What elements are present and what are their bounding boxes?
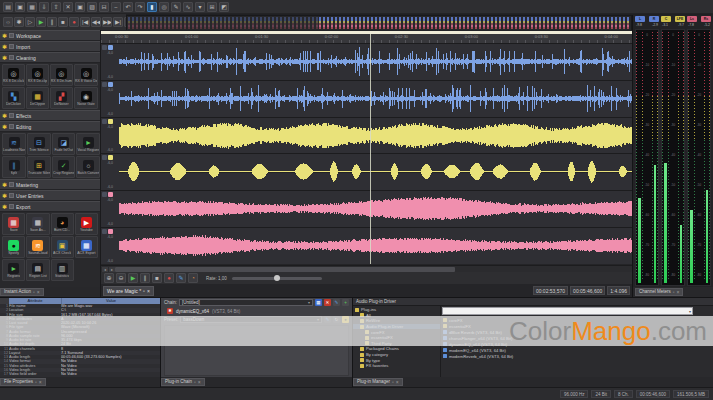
lane-index-chip[interactable] (102, 45, 107, 50)
group-toggle-icon[interactable] (9, 124, 14, 129)
action-button-regions[interactable]: ►Regions (2, 259, 25, 281)
play-all-icon[interactable]: ▷ (25, 17, 35, 27)
cut-icon[interactable]: ✕ (63, 2, 73, 12)
rewind-icon[interactable]: ◀◀ (91, 17, 101, 27)
play-icon[interactable]: ▶ (36, 17, 46, 27)
tab-instant-action[interactable]: Instant Action ▫ × (0, 288, 44, 296)
crossfade-toggle-icon[interactable]: ◩ (219, 2, 229, 12)
action-button-noise-gate[interactable]: ◉Noise Gate (74, 87, 98, 109)
action-button-soundcloud[interactable]: ≋SoundCloud (26, 236, 49, 258)
lane-channel-C[interactable]: -6,0-6,0 (101, 118, 632, 154)
lane-color-chip[interactable] (108, 82, 113, 87)
pin-icon[interactable]: ▫ (673, 288, 675, 296)
sidebar-group-cleaning[interactable]: ✱Cleaning (0, 52, 100, 63)
action-button-rx-8-de-clip[interactable]: ◎RX 8 De-clip (26, 64, 49, 86)
lane-color-chip[interactable] (108, 45, 113, 50)
playhead-cursor[interactable] (370, 34, 371, 264)
edit-tool-icon[interactable]: ▮ (147, 2, 157, 12)
lane-channel-L[interactable]: -6,0-6,0 (101, 44, 632, 80)
magnify-tool-icon[interactable]: ◎ (159, 2, 169, 12)
add-plugin-button[interactable]: + (342, 299, 349, 306)
sidebar-group-import[interactable]: ✱Import (0, 41, 100, 52)
trim-icon[interactable]: ⊟ (99, 2, 109, 12)
action-button-loudness-normalize[interactable]: ≋Loudness Normalize (2, 133, 26, 155)
plugin-filter-combobox[interactable]: ▾ (442, 307, 693, 315)
pause-icon[interactable]: ∥ (47, 17, 57, 27)
action-button-denoiser[interactable]: ▞DeNoiser (50, 87, 73, 109)
go-to-end-icon[interactable]: ▶| (113, 17, 123, 27)
lane-index-chip[interactable] (102, 155, 107, 160)
edit-marker-icon[interactable]: ✎ (176, 273, 186, 283)
action-button-fade-in-out[interactable]: ◪Fade In/Out (52, 133, 75, 155)
pencil-tool-icon[interactable]: ✎ (171, 2, 181, 12)
close-icon[interactable]: × (37, 288, 40, 296)
undo-icon[interactable]: ↶ (123, 2, 133, 12)
group-toggle-icon[interactable] (9, 182, 14, 187)
action-button-crop-regions[interactable]: ✓Crop Regions (52, 156, 75, 178)
action-button-burn-cd-[interactable]: ◕Burn CD... (51, 213, 74, 235)
action-button-declipper[interactable]: ▦DeClipper (26, 87, 49, 109)
action-button-statistics[interactable]: ▥Statistics (51, 259, 74, 281)
time-ruler[interactable]: 0:00:300:01:000:01:300:02:000:02:300:03:… (101, 34, 632, 44)
length-readout[interactable]: 00:05:46,600 (570, 286, 605, 295)
sidebar-group-mastering[interactable]: ✱Mastering (0, 179, 100, 190)
delete-chain-button[interactable]: ✕ (324, 299, 331, 306)
envelope-tool-icon[interactable]: ∿ (183, 2, 193, 12)
sidebar-group-export[interactable]: ✱Export (0, 201, 100, 212)
lane-channel-Ls[interactable]: -6,0-6,0 (101, 191, 632, 227)
tab-channel-meters[interactable]: Channel Meters ▫ × (635, 288, 683, 296)
waveform-channel-L[interactable] (119, 44, 632, 79)
action-button-spotify[interactable]: ●Spotify (2, 236, 25, 258)
close-icon[interactable]: × (396, 378, 399, 386)
action-button-trim-silence[interactable]: ⊟Trim Silence (27, 133, 51, 155)
waveform-channel-Ls[interactable] (119, 191, 632, 226)
tab-plugin-chain[interactable]: Plug-in Chain ▫ × (161, 378, 205, 386)
record-icon[interactable]: ● (69, 17, 79, 27)
horizontal-scrollbar[interactable]: ◂ ▸ (101, 265, 632, 272)
lane-color-chip[interactable] (108, 229, 113, 234)
snap-toggle-icon[interactable]: ⊞ (207, 2, 217, 12)
timer-icon[interactable]: ◔ (188, 273, 198, 283)
record-icon[interactable]: ● (164, 273, 174, 283)
lane-index-chip[interactable] (102, 119, 107, 124)
tab-file-properties[interactable]: File Properties ▫ × (0, 378, 46, 386)
group-toggle-icon[interactable] (9, 44, 14, 49)
action-button-truncate-silence[interactable]: ⊞Truncate Silence (27, 156, 51, 178)
action-button-rx-8-voice-de-noise[interactable]: ◎RX 8 Voice De-noise (74, 64, 98, 86)
lane-channel-LFE[interactable]: -6,0-6,0 (101, 154, 632, 190)
save-chain-button[interactable]: ▦ (315, 299, 322, 306)
group-toggle-icon[interactable] (9, 113, 14, 118)
lane-index-chip[interactable] (102, 82, 107, 87)
go-to-start-icon[interactable]: |◀ (80, 17, 90, 27)
pause-icon[interactable]: ∥ (140, 273, 150, 283)
action-button-rx-8-de-click[interactable]: ◎RX 8 De-click (2, 64, 25, 86)
stop-icon[interactable]: ■ (152, 273, 162, 283)
workspace-options-icon[interactable]: ✱ (14, 17, 24, 27)
export-audio-icon[interactable]: ⇧ (51, 2, 61, 12)
zoom-in-icon[interactable]: ⊕ (104, 273, 114, 283)
lane-channel-R[interactable]: -6,0-6,0 (101, 81, 632, 117)
import-audio-icon[interactable]: ⇩ (39, 2, 49, 12)
rate-slider[interactable] (232, 277, 322, 280)
action-button-vocal-regions[interactable]: ►Vocal Regions (76, 133, 100, 155)
position-readout[interactable]: 00:02:53,570 (533, 286, 568, 295)
pin-icon[interactable]: ▫ (392, 378, 394, 386)
paste-icon[interactable]: ▨ (87, 2, 97, 12)
save-icon[interactable]: ▦ (27, 2, 37, 12)
stop-icon[interactable]: ■ (58, 17, 68, 27)
waveform-channel-R[interactable] (119, 81, 632, 116)
tree-item-fx-favorites[interactable]: FX favorites (353, 363, 440, 369)
edit-chain-button[interactable]: ✎ (333, 299, 340, 306)
pin-icon[interactable]: ▫ (33, 288, 35, 296)
action-button-region-list[interactable]: ▤Region List (26, 259, 49, 281)
waveform-channel-LFE[interactable] (119, 154, 632, 189)
copy-icon[interactable]: ▣ (75, 2, 85, 12)
pin-icon[interactable]: ▫ (35, 378, 37, 386)
sidebar-group-effects[interactable]: ✱Effects (0, 110, 100, 121)
new-file-icon[interactable]: ▤ (3, 2, 13, 12)
action-button-youtube[interactable]: ▶Youtube (75, 213, 98, 235)
action-button-declicker[interactable]: ▚DeClicker (2, 87, 25, 109)
close-icon[interactable]: × (39, 378, 42, 386)
play-icon[interactable]: ▶ (128, 273, 138, 283)
document-tab[interactable]: We are Magic * ▫ × (103, 286, 154, 296)
